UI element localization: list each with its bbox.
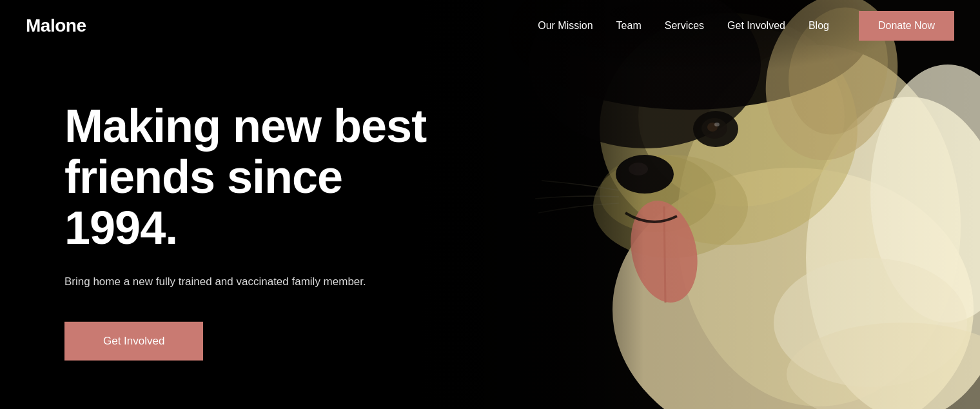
nav-link-blog[interactable]: Blog xyxy=(808,20,829,32)
donate-now-button[interactable]: Donate Now xyxy=(859,11,954,41)
hero-image xyxy=(419,0,980,409)
nav-link-our-mission[interactable]: Our Mission xyxy=(538,20,593,32)
nav-link-get-involved[interactable]: Get Involved xyxy=(727,20,785,32)
navigation: Malone Our Mission Team Services Get Inv… xyxy=(0,0,980,52)
hero-title: Making new best friends since 1994. xyxy=(64,101,464,254)
nav-link-services[interactable]: Services xyxy=(665,20,704,32)
hero-content: Making new best friends since 1994. Brin… xyxy=(64,101,464,361)
get-involved-button[interactable]: Get Involved xyxy=(64,322,203,361)
nav-link-team[interactable]: Team xyxy=(616,20,642,32)
brand-logo[interactable]: Malone xyxy=(26,15,86,36)
nav-links: Our Mission Team Services Get Involved B… xyxy=(538,11,954,41)
hero-subtitle: Bring home a new fully trained and vacci… xyxy=(64,273,464,290)
hero-section: Malone Our Mission Team Services Get Inv… xyxy=(0,0,980,409)
